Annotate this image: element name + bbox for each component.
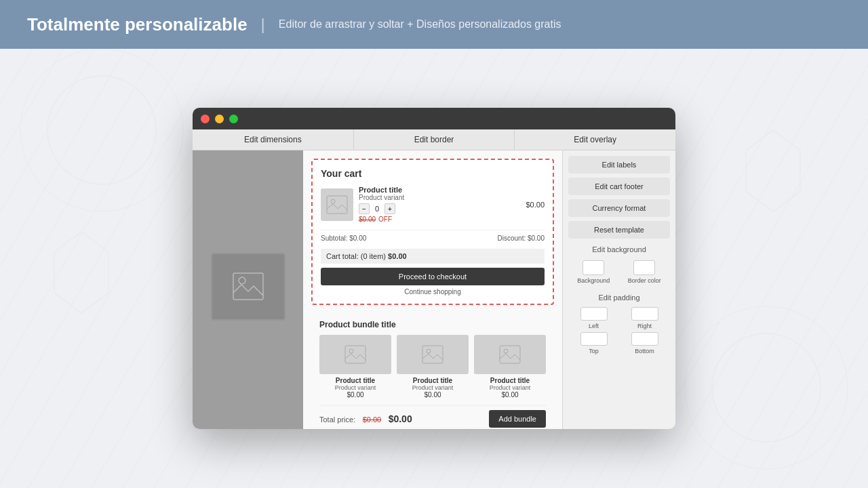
padding-top-input[interactable]	[580, 332, 608, 346]
border-color-swatch-label: Border color	[628, 277, 661, 284]
padding-bottom-item: Bottom	[631, 332, 658, 354]
tab-edit-border[interactable]: Edit border	[354, 129, 515, 150]
header-subtitle: Editor de arrastrar y soltar + Diseños p…	[279, 18, 561, 30]
bundle-total-price: $0.00	[389, 413, 412, 424]
cart-item-info: Product title Product variant − 0 + $0.0…	[359, 186, 520, 223]
header: Totalmente personalizable | Editor de ar…	[0, 0, 868, 49]
bg-area: Edit dimensions Edit border Edit overlay	[0, 49, 868, 488]
svg-rect-16	[500, 346, 520, 363]
background-swatch[interactable]	[583, 260, 604, 275]
cart-subtotal-label: Subtotal: $0.00	[321, 235, 366, 242]
color-swatches: Background Border color	[568, 260, 670, 284]
bundle-total-label: Total price:	[319, 415, 355, 424]
background-section-label: Edit background	[568, 245, 670, 253]
padding-section: Left Right Top	[568, 307, 670, 357]
border-color-swatch[interactable]	[633, 260, 655, 275]
padding-bottom-input[interactable]	[631, 332, 658, 346]
svg-rect-14	[422, 346, 443, 363]
placeholder-images	[211, 253, 285, 327]
padding-top-label: Top	[589, 348, 599, 354]
svg-rect-12	[345, 346, 366, 363]
bundle-product-2-image	[397, 335, 469, 374]
main-area: Your cart Product title Produ	[303, 150, 562, 429]
bundle-product-2-title: Product title	[397, 377, 469, 384]
svg-point-17	[504, 349, 508, 353]
bundle-product-1-price: $0.00	[319, 391, 391, 399]
cart-total-value: $0.00	[388, 252, 407, 260]
currency-format-button[interactable]: Currency format	[568, 199, 670, 217]
bundle-title: Product bundle title	[319, 320, 546, 329]
bundle-product-3-variant: Product variant	[474, 384, 546, 391]
left-sidebar	[193, 150, 303, 429]
bundle-product-3: Product title Product variant $0.00	[474, 335, 546, 399]
bundle-footer: Total price: $0.00 $0.00 Add bundle	[319, 405, 546, 428]
cart-item-off-label: OFF	[378, 216, 392, 223]
qty-controls: − 0 +	[359, 203, 520, 214]
padding-right-label: Right	[637, 323, 652, 329]
edit-labels-button[interactable]: Edit labels	[568, 156, 670, 174]
cart-item-original-price: $0.00	[359, 216, 376, 223]
reset-template-button[interactable]: Reset template	[568, 221, 670, 239]
cart-item-title: Product title	[359, 186, 520, 194]
bundle-section: Product bundle title Product title	[311, 313, 554, 429]
bundle-total-info: Total price: $0.00 $0.00	[319, 413, 412, 425]
padding-bottom-label: Bottom	[635, 348, 654, 354]
padding-top-item: Top	[580, 332, 608, 354]
continue-shopping-link[interactable]: Continue shopping	[321, 288, 545, 296]
background-swatch-item: Background	[577, 260, 610, 284]
bundle-products: Product title Product variant $0.00	[319, 335, 546, 399]
border-color-swatch-item: Border color	[628, 260, 661, 284]
padding-right-input[interactable]	[631, 307, 658, 321]
svg-point-15	[427, 349, 431, 353]
svg-rect-8	[233, 273, 263, 300]
header-divider: |	[261, 15, 265, 34]
svg-rect-10	[327, 196, 347, 214]
bundle-product-3-title: Product title	[474, 377, 546, 384]
qty-increase-btn[interactable]: +	[384, 203, 395, 214]
header-title: Totalmente personalizable	[27, 14, 248, 35]
padding-row-bottom: Top Bottom	[568, 332, 670, 354]
qty-value: 0	[372, 205, 382, 213]
cart-item-price-row: $0.00 OFF	[359, 216, 520, 223]
padding-left-input[interactable]	[580, 307, 608, 321]
cart-box: Your cart Product title Produ	[311, 159, 554, 305]
cart-total-label: Cart total: (0 item)	[326, 252, 386, 260]
cart-item-image	[321, 188, 353, 221]
svg-point-11	[331, 199, 335, 203]
maximize-dot[interactable]	[229, 115, 238, 123]
svg-point-13	[349, 349, 353, 353]
cart-total-row: Cart total: (0 item) $0.00	[321, 249, 545, 264]
add-bundle-button[interactable]: Add bundle	[489, 410, 546, 428]
cart-title: Your cart	[321, 168, 545, 179]
padding-row-top: Left Right	[568, 307, 670, 329]
cart-item-price: $0.00	[526, 201, 545, 209]
mac-window: Edit dimensions Edit border Edit overlay	[193, 108, 675, 429]
titlebar	[193, 108, 675, 129]
bundle-product-2-variant: Product variant	[397, 384, 469, 391]
checkout-button[interactable]: Proceed to checkout	[321, 268, 545, 285]
close-dot[interactable]	[201, 115, 210, 123]
qty-decrease-btn[interactable]: −	[359, 203, 370, 214]
bundle-product-3-image	[474, 335, 546, 374]
bundle-product-1-variant: Product variant	[319, 384, 391, 391]
bundle-product-3-price: $0.00	[474, 391, 546, 399]
cart-item-variant: Product variant	[359, 194, 520, 201]
tab-edit-overlay[interactable]: Edit overlay	[515, 129, 675, 150]
padding-right-item: Right	[631, 307, 658, 329]
background-swatch-label: Background	[577, 277, 610, 284]
bundle-product-2: Product title Product variant $0.00	[397, 335, 469, 399]
bundle-product-1-image	[319, 335, 391, 374]
tab-edit-dimensions[interactable]: Edit dimensions	[193, 129, 354, 150]
cart-discount-label: Discount: $0.00	[498, 235, 545, 242]
padding-section-label: Edit padding	[568, 293, 670, 302]
cart-item: Product title Product variant − 0 + $0.0…	[321, 186, 545, 223]
window-content: Your cart Product title Produ	[193, 150, 675, 429]
minimize-dot[interactable]	[215, 115, 224, 123]
edit-cart-footer-button[interactable]: Edit cart footer	[568, 178, 670, 195]
tab-bar: Edit dimensions Edit border Edit overlay	[193, 129, 675, 150]
cart-subtotals: Subtotal: $0.00 Discount: $0.00	[321, 230, 545, 246]
padding-left-label: Left	[589, 323, 599, 329]
padding-left-item: Left	[580, 307, 608, 329]
bundle-product-1-title: Product title	[319, 377, 391, 384]
bundle-product-1: Product title Product variant $0.00	[319, 335, 391, 399]
